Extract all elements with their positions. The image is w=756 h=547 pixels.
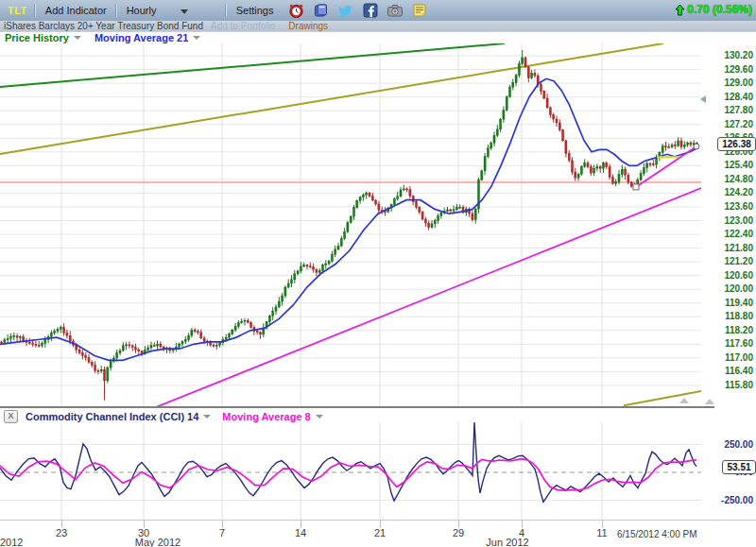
cci-axis-label: 250.00 bbox=[724, 439, 753, 450]
chevron-down-icon[interactable] bbox=[316, 415, 323, 419]
cci-axis-label: -250.00 bbox=[721, 495, 753, 505]
chevron-down-icon[interactable] bbox=[193, 36, 200, 40]
panel-splitter[interactable] bbox=[0, 406, 714, 408]
time-axis-day-label: 11 bbox=[596, 527, 607, 538]
price-axis-label: 125.40 bbox=[724, 160, 753, 170]
chevron-down-icon[interactable] bbox=[203, 415, 211, 419]
price-axis-label: 121.80 bbox=[724, 243, 753, 253]
year-label-partial: 2012 bbox=[0, 537, 23, 547]
camera-icon[interactable] bbox=[387, 3, 404, 18]
price-change-indicator: 0.70 (0.56%) bbox=[675, 3, 752, 16]
cci-close-button[interactable]: X bbox=[4, 410, 18, 423]
time-axis-day-label: 21 bbox=[374, 527, 386, 538]
twitter-icon[interactable] bbox=[337, 3, 354, 19]
price-axis-label: 118.20 bbox=[725, 325, 753, 335]
main-toolbar: TLT Add Indicator Hourly Settings bbox=[0, 0, 756, 21]
chevron-down-icon[interactable] bbox=[74, 36, 81, 40]
time-axis-day-label: 23 bbox=[56, 527, 67, 538]
price-axis-label: 116.40 bbox=[725, 366, 753, 376]
library-icon[interactable] bbox=[313, 3, 329, 19]
price-axis-label: 117.60 bbox=[725, 338, 753, 349]
sub-toolbar: iShares Barclays 20+ Year Treasury Bond … bbox=[0, 21, 756, 32]
chevron-down-icon[interactable] bbox=[180, 9, 188, 14]
fund-name-label: iShares Barclays 20+ Year Treasury Bond … bbox=[0, 21, 203, 31]
price-axis-label: 118.80 bbox=[725, 311, 753, 321]
cci-header-row: X Commodity Channel Index (CCI) 14 Movin… bbox=[0, 410, 756, 422]
last-price-badge: 126.38 bbox=[717, 137, 756, 151]
price-chart-svg bbox=[0, 43, 701, 406]
time-axis-month-label: May 2012 bbox=[135, 537, 180, 547]
price-chart-canvas[interactable] bbox=[0, 43, 701, 406]
price-axis-label: 130.20 bbox=[724, 50, 753, 60]
cci-chart-canvas[interactable] bbox=[0, 422, 701, 520]
price-axis-label: 123.60 bbox=[724, 201, 753, 212]
price-axis-label: 120.00 bbox=[724, 283, 753, 294]
price-axis-label: 128.40 bbox=[724, 92, 753, 102]
moving-average-21-dropdown[interactable]: Moving Average 21 bbox=[94, 32, 188, 43]
charting-app-window: TLT Add Indicator Hourly Settings bbox=[0, 0, 756, 547]
timeframe-dropdown[interactable]: Hourly bbox=[117, 5, 226, 16]
price-axis-label: 119.40 bbox=[725, 298, 753, 308]
price-legend-row: Price History Moving Average 21 bbox=[0, 32, 756, 43]
cci-chart-svg bbox=[0, 422, 701, 520]
price-axis-label: 124.20 bbox=[724, 187, 753, 197]
time-axis-day-label: 14 bbox=[295, 527, 306, 538]
settings-button[interactable]: Settings bbox=[227, 5, 284, 16]
symbol-ticker[interactable]: TLT bbox=[0, 5, 35, 16]
price-axis-label: 120.60 bbox=[724, 270, 753, 281]
price-axis-label: 121.20 bbox=[724, 256, 753, 266]
candlesticks bbox=[1, 50, 698, 401]
add-to-portfolio-link[interactable]: Add to Portfolio bbox=[211, 21, 275, 31]
marker-triangle-icon bbox=[679, 398, 689, 403]
time-axis-day-label: 7 bbox=[219, 527, 225, 538]
up-arrow-icon bbox=[675, 4, 685, 16]
drawings-link[interactable]: Drawings bbox=[288, 21, 328, 31]
price-history-dropdown[interactable]: Price History bbox=[5, 32, 69, 43]
time-axis: 2012 6/15/2012 4:00 PM 2330May 201271421… bbox=[0, 520, 756, 547]
marker-triangle-icon bbox=[705, 399, 714, 404]
time-axis-month-label: Jun 2012 bbox=[486, 537, 528, 547]
notes-icon[interactable] bbox=[412, 3, 427, 18]
cci-dropdown[interactable]: Commodity Channel Index (CCI) 14 bbox=[26, 411, 198, 422]
price-axis-label: 122.40 bbox=[724, 229, 753, 239]
price-axis-label: 127.80 bbox=[724, 105, 753, 115]
price-axis-label: 117.00 bbox=[725, 352, 753, 363]
price-axis: 130.20129.60129.00128.40127.80127.20126.… bbox=[701, 43, 756, 406]
price-axis-label: 124.80 bbox=[724, 174, 753, 184]
cci-last-value-badge: 53.51 bbox=[722, 460, 756, 474]
toolbar-icons bbox=[288, 3, 427, 19]
alarm-clock-icon[interactable] bbox=[288, 3, 304, 19]
change-text: 0.70 (0.56%) bbox=[687, 3, 752, 16]
time-axis-day-label: 29 bbox=[453, 527, 464, 538]
cci-ma-dropdown[interactable]: Moving Average 8 bbox=[222, 411, 310, 422]
price-axis-label: 115.80 bbox=[725, 380, 753, 390]
high-marker-icon bbox=[700, 95, 706, 103]
price-axis-label: 129.60 bbox=[724, 64, 753, 75]
timestamp-label: 6/15/2012 4:00 PM bbox=[617, 529, 697, 539]
add-indicator-button[interactable]: Add Indicator bbox=[36, 5, 116, 16]
timeframe-value: Hourly bbox=[127, 5, 157, 16]
price-axis-label: 123.00 bbox=[724, 215, 753, 226]
price-axis-label: 129.00 bbox=[724, 77, 753, 88]
facebook-icon[interactable] bbox=[363, 3, 378, 18]
price-axis-label: 127.20 bbox=[724, 119, 753, 129]
